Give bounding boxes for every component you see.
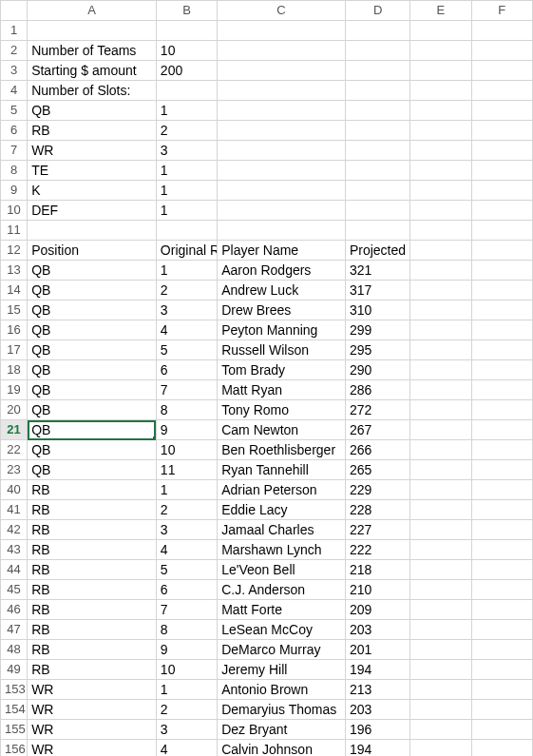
cell-points[interactable]: 201 (345, 640, 409, 660)
cell-player[interactable]: Ryan Tannehill (218, 460, 346, 480)
row-43[interactable]: 43RB4Marshawn Lynch222 (1, 540, 533, 560)
cell-6-colF[interactable] (471, 121, 532, 141)
cell-points[interactable]: 194 (345, 660, 409, 680)
cell-points[interactable]: 266 (345, 440, 409, 460)
cell-pos[interactable]: WR (28, 680, 157, 700)
row-40[interactable]: 40RB1Adrian Peterson229 (1, 480, 533, 500)
value-starting[interactable]: 200 (156, 61, 217, 81)
row-11[interactable]: 11 (1, 221, 533, 241)
row-49[interactable]: 49RB10Jeremy Hill194 (1, 660, 533, 680)
cell-pos[interactable]: QB (28, 300, 157, 320)
row-header-8[interactable]: 8 (1, 161, 28, 181)
cell-rank[interactable]: 7 (156, 600, 217, 620)
row-header-10[interactable]: 10 (1, 201, 28, 221)
row-header-155[interactable]: 155 (1, 720, 28, 740)
row-header-48[interactable]: 48 (1, 640, 28, 660)
cell-40-colE[interactable] (410, 480, 471, 500)
row-16[interactable]: 16QB4Peyton Manning299 (1, 320, 533, 340)
cell-10-colD[interactable] (345, 201, 409, 221)
cell-player[interactable]: Dez Bryant (218, 720, 346, 740)
spreadsheet-grid[interactable]: A B C D E F 12Number of Teams103Starting… (0, 0, 533, 756)
cell-154-colE[interactable] (410, 700, 471, 720)
row-header-46[interactable]: 46 (1, 600, 28, 620)
row-header-21[interactable]: 21 (1, 420, 28, 440)
cell-rank[interactable]: 9 (156, 420, 217, 440)
cell-points[interactable]: 222 (345, 540, 409, 560)
cell-7-colF[interactable] (471, 141, 532, 161)
row-header-41[interactable]: 41 (1, 500, 28, 520)
cell-pos[interactable]: RB (28, 580, 157, 600)
cell-9-colC[interactable] (218, 181, 346, 201)
cell-23-colE[interactable] (410, 460, 471, 480)
row-42[interactable]: 42RB3Jamaal Charles227 (1, 520, 533, 540)
cell-20-colE[interactable] (410, 400, 471, 420)
cell-47-colE[interactable] (410, 620, 471, 640)
cell-5-colE[interactable] (410, 101, 471, 121)
cell-49-colE[interactable] (410, 660, 471, 680)
cell-21-colF[interactable] (471, 420, 532, 440)
label-slots[interactable]: Number of Slots: (28, 81, 157, 101)
cell-rank[interactable]: 4 (156, 540, 217, 560)
cell-pos[interactable]: QB (28, 460, 157, 480)
cell-rank[interactable]: 9 (156, 640, 217, 660)
cell-16-colF[interactable] (471, 320, 532, 340)
row-header-7[interactable]: 7 (1, 141, 28, 161)
cell-153-colE[interactable] (410, 680, 471, 700)
cell-17-colE[interactable] (410, 340, 471, 360)
cell-points[interactable]: 227 (345, 520, 409, 540)
cell-21-colE[interactable] (410, 420, 471, 440)
cell-points[interactable]: 265 (345, 460, 409, 480)
hdr-rank[interactable]: Original Rank (156, 241, 217, 261)
cell-player[interactable]: LeSean McCoy (218, 620, 346, 640)
cell-49-colF[interactable] (471, 660, 532, 680)
row-19[interactable]: 19QB7Matt Ryan286 (1, 380, 533, 400)
cell-points[interactable]: 290 (345, 360, 409, 380)
row-header-9[interactable]: 9 (1, 181, 28, 201)
cell-4-colC[interactable] (218, 81, 346, 101)
cell-41-colF[interactable] (471, 500, 532, 520)
slot-pos-RB[interactable]: RB (28, 121, 157, 141)
cell-15-colF[interactable] (471, 300, 532, 320)
cell-rank[interactable]: 3 (156, 720, 217, 740)
cell-2-colE[interactable] (410, 41, 471, 61)
cell-18-colF[interactable] (471, 360, 532, 380)
cell-11-colB[interactable] (156, 221, 217, 241)
slot-pos-QB[interactable]: QB (28, 101, 157, 121)
row-154[interactable]: 154WR2Demaryius Thomas203 (1, 700, 533, 720)
row-20[interactable]: 20QB8Tony Romo272 (1, 400, 533, 420)
cell-5-colD[interactable] (345, 101, 409, 121)
cell-player[interactable]: Le'Veon Bell (218, 560, 346, 580)
cell-rank[interactable]: 2 (156, 500, 217, 520)
row-23[interactable]: 23QB11Ryan Tannehill265 (1, 460, 533, 480)
cell-6-colC[interactable] (218, 121, 346, 141)
cell-11-colF[interactable] (471, 221, 532, 241)
slot-count-QB[interactable]: 1 (156, 101, 217, 121)
row-header-3[interactable]: 3 (1, 61, 28, 81)
cell-points[interactable]: 299 (345, 320, 409, 340)
row-header-6[interactable]: 6 (1, 121, 28, 141)
cell-44-colF[interactable] (471, 560, 532, 580)
row-header-154[interactable]: 154 (1, 700, 28, 720)
slot-count-RB[interactable]: 2 (156, 121, 217, 141)
cell-pos[interactable]: QB (28, 420, 157, 440)
row-header-44[interactable]: 44 (1, 560, 28, 580)
cell-23-colF[interactable] (471, 460, 532, 480)
cell-3-colC[interactable] (218, 61, 346, 81)
cell-9-colF[interactable] (471, 181, 532, 201)
row-45[interactable]: 45RB6C.J. Anderson210 (1, 580, 533, 600)
cell-pos[interactable]: QB (28, 281, 157, 300)
row-header-49[interactable]: 49 (1, 660, 28, 680)
cell-pos[interactable]: QB (28, 380, 157, 400)
cell-player[interactable]: Marshawn Lynch (218, 540, 346, 560)
cell-rank[interactable]: 1 (156, 680, 217, 700)
cell-47-colF[interactable] (471, 620, 532, 640)
cell-points[interactable]: 196 (345, 720, 409, 740)
cell-points[interactable]: 228 (345, 500, 409, 520)
row-header-153[interactable]: 153 (1, 680, 28, 700)
cell-3-colD[interactable] (345, 61, 409, 81)
cell-pos[interactable]: WR (28, 740, 157, 757)
cell-12-colF[interactable] (471, 241, 532, 261)
row-41[interactable]: 41RB2Eddie Lacy228 (1, 500, 533, 520)
cell-player[interactable]: Jamaal Charles (218, 520, 346, 540)
cell-player[interactable]: Cam Newton (218, 420, 346, 440)
